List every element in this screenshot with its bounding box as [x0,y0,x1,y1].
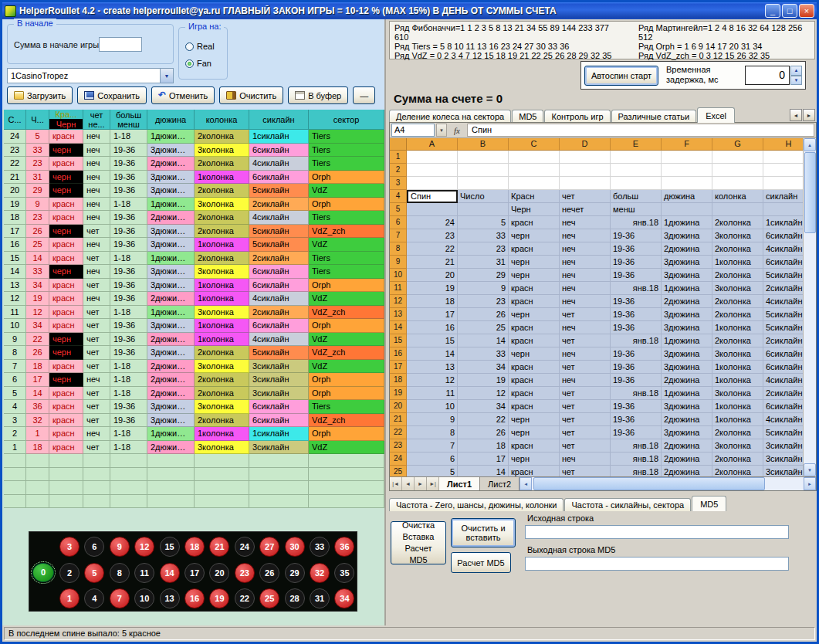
board-number-31[interactable]: 31 [307,586,332,611]
spin-cell[interactable]: 4 [4,400,26,414]
excel-cell[interactable]: янв.18 [611,216,662,229]
excel-cell[interactable]: красн [509,216,560,229]
excel-cell[interactable]: 7 [407,439,458,452]
color-cell[interactable]: красн [49,279,83,293]
sixline-cell[interactable]: 6сиклайн [249,319,309,333]
excel-cell[interactable]: янв.18 [611,387,662,400]
excel-cell[interactable]: красн [509,466,560,476]
excel-cell[interactable]: чет [560,400,611,413]
range-cell[interactable]: 19-36 [110,265,147,279]
excel-cell[interactable]: 6сиклайн [763,347,804,361]
excel-cell[interactable]: 1колонка [712,374,763,387]
main-tab-2[interactable]: Контроль игр [544,110,610,123]
spin-cell[interactable]: 12 [4,292,26,306]
color-cell[interactable]: красн [49,319,83,333]
scroll-left-button[interactable]: ◄ [519,477,532,490]
excel-cell[interactable]: 19-36 [611,308,662,321]
spin-cell[interactable]: 18 [4,211,26,225]
dozen-cell[interactable]: 1дюжи… [147,252,195,266]
board-number-21[interactable]: 21 [207,534,232,559]
column-header-B[interactable]: B [458,138,509,151]
excel-cell[interactable]: 19-36 [611,374,662,387]
dozen-cell[interactable]: 1дюжи… [147,427,195,441]
row-header-12[interactable]: 12 [390,295,407,308]
dozen-cell[interactable]: 3дюжи… [147,279,195,293]
excel-cell[interactable]: 2колонка [712,242,763,256]
spin-cell[interactable]: 20 [4,184,26,198]
md5-clear-paste-calc-button[interactable]: Очистка Вставка Расчет MD5 [391,521,446,564]
column-cell[interactable]: 2колонка [195,130,249,144]
excel-cell[interactable]: 3дюжина [662,321,712,334]
excel-cell[interactable]: 24 [407,216,458,229]
undo-button[interactable]: ↶ Отменить [151,86,215,104]
column-header-G[interactable]: G [712,138,763,151]
excel-cell[interactable]: чет [560,439,611,452]
horizontal-scroll-thumb[interactable] [533,477,765,490]
range-cell[interactable]: 19-36 [110,157,147,171]
excel-cell[interactable]: 19-36 [611,426,662,439]
number-cell[interactable]: 32 [26,414,49,428]
board-number-18[interactable]: 18 [182,534,207,559]
number-cell[interactable]: 26 [26,346,49,360]
dozen-cell[interactable]: 2дюжи… [147,292,195,306]
excel-cell[interactable] [407,151,458,164]
excel-cell[interactable]: 19-36 [611,256,662,269]
excel-cell[interactable]: 2дюжина [662,439,712,452]
excel-cell[interactable]: дюжина [662,190,712,203]
sixline-cell[interactable]: 2сиклайн [249,306,309,320]
sector-cell[interactable]: Tiers [309,144,384,158]
dozen-cell[interactable]: 3дюжи… [147,144,195,158]
start-sum-input[interactable] [99,37,142,52]
parity-cell[interactable]: чет [83,333,110,347]
sixline-cell[interactable]: 6сиклайн [249,414,309,428]
excel-cell[interactable] [509,177,560,190]
parity-cell[interactable]: чет [83,306,110,320]
row-header-14[interactable]: 14 [390,321,407,334]
board-number-0[interactable]: 0 [31,561,56,584]
board-number-16[interactable]: 16 [182,586,207,611]
excel-cell[interactable]: 3сиклайн [763,439,804,452]
board-number-20[interactable]: 20 [207,561,232,585]
excel-cell[interactable]: 8 [407,426,458,439]
excel-cell[interactable]: 2дюжина [662,466,712,476]
row-header-11[interactable]: 11 [390,282,407,295]
row-header-13[interactable]: 13 [390,308,407,321]
sector-cell[interactable]: Orph [309,373,384,387]
range-cell[interactable]: 19-36 [110,144,147,158]
excel-cell[interactable]: Число [458,190,509,203]
dozen-cell[interactable]: 2дюжи… [147,373,195,387]
excel-cell[interactable]: красн [509,361,560,374]
excel-cell[interactable]: 19-36 [611,400,662,413]
dozen-cell[interactable]: 3дюжи… [147,265,195,279]
excel-cell[interactable]: 19 [407,282,458,295]
parity-cell[interactable]: неч [83,144,110,158]
column-cell[interactable]: 1колонка [195,333,249,347]
range-cell[interactable]: 19-36 [110,346,147,360]
excel-cell[interactable]: 23 [458,295,509,308]
number-cell[interactable]: 26 [26,225,49,239]
excel-cell[interactable]: 3дюжина [662,308,712,321]
excel-cell[interactable]: 22 [407,242,458,256]
excel-cell[interactable]: черн [509,229,560,242]
dozen-cell[interactable]: 3дюжи… [147,225,195,239]
excel-cell[interactable]: 6сиклайн [763,361,804,374]
excel-cell[interactable] [763,151,804,164]
excel-cell[interactable]: 1дюжина [662,334,712,347]
range-cell[interactable]: 19-36 [110,400,147,414]
excel-cell[interactable]: янв.18 [611,439,662,452]
excel-cell[interactable]: 19-36 [611,321,662,334]
excel-cell[interactable]: 5 [407,466,458,476]
number-cell[interactable]: 36 [26,400,49,414]
excel-cell[interactable]: 12 [458,387,509,400]
excel-cell[interactable]: 3колонка [712,229,763,242]
excel-cell[interactable]: 3дюжина [662,426,712,439]
board-number-14[interactable]: 14 [157,561,182,585]
excel-cell[interactable]: 14 [458,466,509,476]
spin-cell[interactable]: 23 [4,144,26,158]
board-number-30[interactable]: 30 [283,534,307,559]
excel-cell[interactable] [560,177,611,190]
sheet-tab-0[interactable]: Лист1 [439,477,480,490]
excel-cell[interactable]: черн [509,413,560,426]
excel-cell[interactable]: 2колонка [712,269,763,282]
parity-cell[interactable]: неч [83,238,110,252]
